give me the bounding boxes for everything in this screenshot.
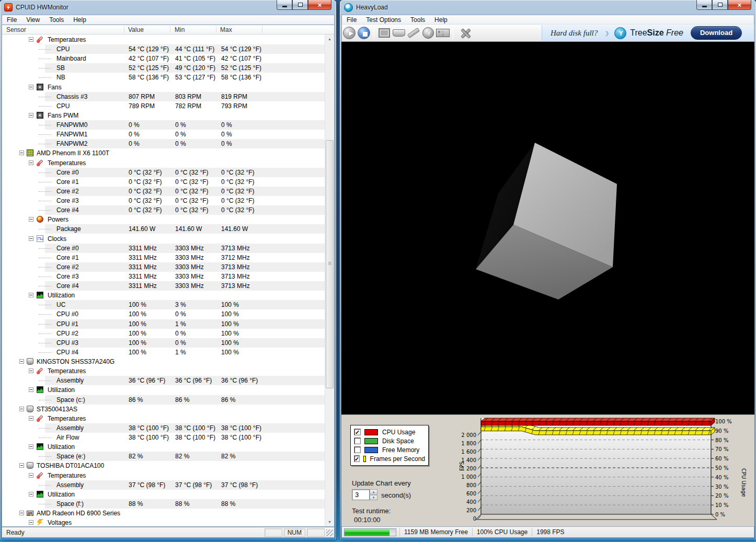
sensor-row-sb[interactable]: SB52 °C (125 °F)49 °C (120 °F)52 °C (125… xyxy=(2,63,325,73)
sensor-row-cpu-0[interactable]: CPU #0100 %0 %100 % xyxy=(2,309,325,319)
legend-checkbox[interactable] xyxy=(354,437,361,444)
scrollbar-thumb[interactable] xyxy=(326,140,334,388)
sensor-row-temperatures[interactable]: Temperatures xyxy=(2,158,325,168)
sensor-row-cpu[interactable]: CPU54 °C (129 °F)44 °C (111 °F)54 °C (12… xyxy=(2,44,325,54)
expand-toggle[interactable] xyxy=(29,520,33,525)
menu-help[interactable]: Help xyxy=(68,15,91,25)
sensor-row-utilization[interactable]: Utilization xyxy=(2,442,325,452)
sensor-row-cpu-4[interactable]: CPU #4100 %1 %100 % xyxy=(2,348,325,357)
sensor-row-amd-phenom-ii-x6-1100t[interactable]: AMD Phenom II X6 1100T xyxy=(2,148,325,158)
sensor-row-assembly[interactable]: Assembly37 °C (98 °F)37 °C (98 °F)37 °C … xyxy=(2,480,325,490)
sensor-row-assembly[interactable]: Assembly38 °C (100 °F)38 °C (100 °F)38 °… xyxy=(2,423,325,433)
expand-toggle[interactable] xyxy=(29,492,33,497)
settings-wrench-icon[interactable] xyxy=(458,26,473,40)
expand-toggle[interactable] xyxy=(19,151,24,155)
sensor-row-core-3[interactable]: Core #30 °C (32 °F)0 °C (32 °F)0 °C (32 … xyxy=(2,196,325,205)
sensor-row-cpu-2[interactable]: CPU #2100 %0 %100 % xyxy=(2,329,325,338)
resize-grip[interactable] xyxy=(326,529,333,536)
sensor-row-clocks[interactable]: Clocks xyxy=(2,234,325,244)
hwmonitor-titlebar[interactable]: CPUID HWMonitor × xyxy=(0,0,336,15)
menu-tools[interactable]: Tools xyxy=(406,15,430,25)
expand-toggle[interactable] xyxy=(29,236,33,241)
sensor-row-temperatures[interactable]: Temperatures xyxy=(2,414,325,423)
sensor-row-space-c-[interactable]: Space (c:)86 %86 %86 % xyxy=(2,395,325,405)
sensor-row-fanpwm0[interactable]: FANPWM00 %0 %0 % xyxy=(2,120,325,130)
graphics-card-icon[interactable] xyxy=(436,29,450,37)
sensor-row-uc[interactable]: UC100 %3 %100 % xyxy=(2,300,325,309)
legend-checkbox[interactable]: ✓ xyxy=(354,455,360,462)
close-button[interactable]: × xyxy=(308,0,331,10)
legend-checkbox[interactable]: ✓ xyxy=(354,429,361,435)
sensor-row-space-e-[interactable]: Space (e:)82 %82 %82 % xyxy=(2,452,325,461)
sensor-row-nb[interactable]: NB58 °C (136 °F)53 °C (127 °F)58 °C (136… xyxy=(2,73,325,82)
sensor-row-space-f-[interactable]: Space (f:)88 %88 %88 % xyxy=(2,499,325,509)
expand-toggle[interactable] xyxy=(29,387,33,392)
expand-toggle[interactable] xyxy=(29,85,33,89)
scroll-up-button[interactable]: ▲ xyxy=(325,34,334,43)
maximize-button[interactable] xyxy=(292,0,308,10)
column-header-sensor[interactable]: Sensor xyxy=(6,26,26,33)
legend-checkbox[interactable] xyxy=(354,446,361,453)
sensor-row-kingston-shss37a240g[interactable]: KINGSTON SHSS37A240G xyxy=(2,357,325,366)
sensor-row-core-3[interactable]: Core #33311 MHz3303 MHz3713 MHz xyxy=(2,272,325,281)
sensor-row-toshiba-dt01aca100[interactable]: TOSHIBA DT01ACA100 xyxy=(2,461,325,470)
expand-toggle[interactable] xyxy=(29,113,33,118)
sensor-row-air-flow[interactable]: Air Flow38 °C (100 °F)38 °C (100 °F)38 °… xyxy=(2,433,325,442)
sensor-row-cpu-1[interactable]: CPU #1100 %1 %100 % xyxy=(2,319,325,329)
vertical-scrollbar[interactable]: ▲ ▼ xyxy=(325,34,334,526)
cpu-test-icon[interactable] xyxy=(379,28,390,38)
sensor-row-powers[interactable]: Powers xyxy=(2,215,325,224)
sensor-row-package[interactable]: Package141.60 W141.60 W141.60 W xyxy=(2,224,325,234)
disk-test-icon[interactable] xyxy=(393,29,405,37)
sensor-row-core-1[interactable]: Core #13311 MHz3303 MHz3712 MHz xyxy=(2,253,325,262)
sensor-row-fanpwm2[interactable]: FANPWM20 %0 %0 % xyxy=(2,139,325,148)
expand-toggle[interactable] xyxy=(19,407,24,411)
sensor-row-cpu-3[interactable]: CPU #3100 %0 %100 % xyxy=(2,338,325,348)
sensor-row-core-0[interactable]: Core #03311 MHz3303 MHz3713 MHz xyxy=(2,244,325,253)
menu-tools[interactable]: Tools xyxy=(44,15,68,25)
stop-test-icon[interactable] xyxy=(358,27,370,39)
sensor-row-assembly[interactable]: Assembly36 °C (96 °F)36 °C (96 °F)36 °C … xyxy=(2,376,325,385)
sensor-row-temperatures[interactable]: Temperatures xyxy=(2,35,325,44)
sensor-row-temperatures[interactable]: Temperatures xyxy=(2,366,325,376)
update-interval-input[interactable]: 3 xyxy=(352,489,370,500)
sensor-row-fans[interactable]: Fans xyxy=(2,83,325,92)
minimize-button[interactable] xyxy=(277,0,292,10)
sensor-row-core-0[interactable]: Core #00 °C (32 °F)0 °C (32 °F)0 °C (32 … xyxy=(2,168,325,177)
expand-toggle[interactable] xyxy=(29,473,33,478)
sensor-row-fans-pwm[interactable]: Fans PWM xyxy=(2,111,325,120)
sensor-row-chassis-3[interactable]: Chassis #3807 RPM803 RPM819 RPM xyxy=(2,92,325,101)
sensor-row-mainboard[interactable]: Mainboard42 °C (107 °F)41 °C (105 °F)42 … xyxy=(2,54,325,63)
expand-toggle[interactable] xyxy=(29,217,33,222)
expand-toggle[interactable] xyxy=(29,444,33,449)
expand-toggle[interactable] xyxy=(29,37,33,42)
expand-toggle[interactable] xyxy=(19,359,24,364)
sensor-row-temperatures[interactable]: Temperatures xyxy=(2,471,325,480)
treesize-ad-banner[interactable]: Hard disk full? › TreeSize Free Download xyxy=(542,25,753,41)
menu-help[interactable]: Help xyxy=(430,15,452,25)
heavyload-titlebar[interactable]: HeavyLoad × xyxy=(340,0,756,15)
sensor-row-voltages[interactable]: Voltages xyxy=(2,518,325,526)
expand-toggle[interactable] xyxy=(29,416,33,421)
sensor-row-cpu[interactable]: CPU789 RPM782 RPM793 RPM xyxy=(2,101,325,111)
menu-file[interactable]: File xyxy=(2,15,21,25)
memory-test-icon[interactable] xyxy=(407,28,420,38)
sensor-row-core-4[interactable]: Core #40 °C (32 °F)0 °C (32 °F)0 °C (32 … xyxy=(2,205,325,215)
sensor-row-core-2[interactable]: Core #23311 MHz3303 MHz3713 MHz xyxy=(2,262,325,272)
minimize-button[interactable] xyxy=(696,0,712,10)
spin-up-button[interactable]: ▲ xyxy=(370,489,377,494)
download-button[interactable]: Download xyxy=(691,26,742,40)
sensor-row-utilization[interactable]: Utilization xyxy=(2,385,325,395)
scroll-down-button[interactable]: ▼ xyxy=(325,517,334,526)
sensor-row-core-4[interactable]: Core #43311 MHz3303 MHz3713 MHz xyxy=(2,281,325,291)
sensor-row-utilization[interactable]: Utilization xyxy=(2,490,325,499)
column-header-max[interactable]: Max xyxy=(220,26,232,33)
sensor-row-fanpwm1[interactable]: FANPWM10 %0 %0 % xyxy=(2,130,325,139)
sensor-row-st3500413as[interactable]: ST3500413AS xyxy=(2,405,325,414)
sensor-row-core-2[interactable]: Core #20 °C (32 °F)0 °C (32 °F)0 °C (32 … xyxy=(2,187,325,196)
maximize-button[interactable] xyxy=(712,0,728,10)
expand-toggle[interactable] xyxy=(29,293,33,297)
close-button[interactable]: × xyxy=(728,0,751,10)
expand-toggle[interactable] xyxy=(29,368,33,373)
spin-down-button[interactable]: ▼ xyxy=(370,495,377,500)
